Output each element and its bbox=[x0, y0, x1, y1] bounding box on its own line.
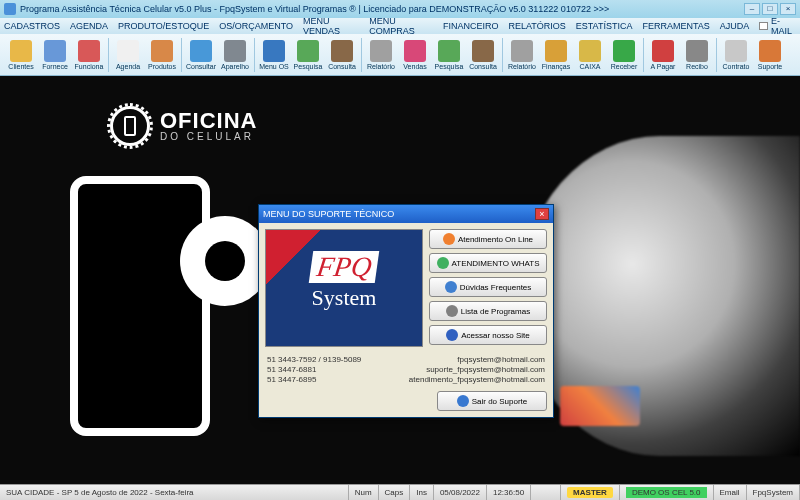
toolbar-receber[interactable]: Receber bbox=[607, 36, 641, 74]
agenda-icon bbox=[117, 40, 139, 62]
toolbar-contrato[interactable]: Contrato bbox=[719, 36, 753, 74]
menu-ferramentas[interactable]: FERRAMENTAS bbox=[642, 21, 709, 31]
app-icon bbox=[4, 3, 16, 15]
brand-subtitle: DO CELULAR bbox=[160, 132, 257, 142]
background-graphic-right bbox=[520, 136, 800, 456]
toolbar-relatrio[interactable]: Relatório bbox=[505, 36, 539, 74]
dialog-titlebar[interactable]: MENU DO SUPORTE TÉCNICO × bbox=[259, 205, 553, 223]
toolbar-separator bbox=[108, 38, 109, 72]
status-spacer bbox=[531, 485, 561, 500]
exit-support-button[interactable]: Sair do Suporte bbox=[437, 391, 547, 411]
menu-financeiro[interactable]: FINANCEIRO bbox=[443, 21, 499, 31]
toolbar-suporte[interactable]: Suporte bbox=[753, 36, 787, 74]
apagar-icon bbox=[652, 40, 674, 62]
toolbar-label: Consultar bbox=[186, 63, 216, 70]
status-demo: DEMO OS CEL 5.0 bbox=[620, 485, 714, 500]
toolbar-produtos[interactable]: Produtos bbox=[145, 36, 179, 74]
support-dialog: MENU DO SUPORTE TÉCNICO × FPQ System Ate… bbox=[258, 204, 554, 418]
toolbar-apagar[interactable]: A Pagar bbox=[646, 36, 680, 74]
button-label: Dúvidas Frequentes bbox=[460, 283, 532, 292]
support-btn-dvidasfrequentes[interactable]: Dúvidas Frequentes bbox=[429, 277, 547, 297]
contact-row: 51 3447-6881suporte_fpqsystem@hotmail.co… bbox=[267, 365, 545, 374]
menubar: CADASTROSAGENDAPRODUTO/ESTOQUEOS/ORÇAMEN… bbox=[0, 18, 800, 34]
toolbar-label: Menu OS bbox=[259, 63, 289, 70]
dialog-logo-top: FPQ bbox=[309, 251, 380, 283]
toolbar-menuos[interactable]: Menu OS bbox=[257, 36, 291, 74]
toolbar-vendas[interactable]: Vendas bbox=[398, 36, 432, 74]
toolbar: ClientesForneceFuncionaAgendaProdutosCon… bbox=[0, 34, 800, 76]
toolbar-finanas[interactable]: Finanças bbox=[539, 36, 573, 74]
dialog-logo-bottom: System bbox=[312, 285, 377, 311]
toolbar-fornece[interactable]: Fornece bbox=[38, 36, 72, 74]
toolbar-relatrio[interactable]: Relatório bbox=[364, 36, 398, 74]
toolbar-agenda[interactable]: Agenda bbox=[111, 36, 145, 74]
contact-phone: 51 3447-6895 bbox=[267, 375, 316, 384]
relatrio-icon bbox=[370, 40, 392, 62]
toolbar-consulta[interactable]: Consulta bbox=[325, 36, 359, 74]
pesquisa-icon bbox=[297, 40, 319, 62]
email-label: E-MAIL bbox=[771, 16, 796, 36]
maximize-button[interactable]: □ bbox=[762, 3, 778, 15]
toolbar-label: Clientes bbox=[8, 63, 33, 70]
menu-ajuda[interactable]: AJUDA bbox=[720, 21, 750, 31]
button-icon bbox=[446, 329, 458, 341]
toolbar-consultar[interactable]: Consultar bbox=[184, 36, 218, 74]
status-brand: FpqSystem bbox=[747, 485, 800, 500]
background-phone-graphic bbox=[70, 176, 210, 436]
support-btn-atendimentowhats[interactable]: ATENDIMENTO WHATS bbox=[429, 253, 547, 273]
toolbar-pesquisa[interactable]: Pesquisa bbox=[291, 36, 325, 74]
support-btn-acessarnossosite[interactable]: Acessar nosso Site bbox=[429, 325, 547, 345]
button-icon bbox=[437, 257, 449, 269]
vendas-icon bbox=[404, 40, 426, 62]
menu-estatstica[interactable]: ESTATÍSTICA bbox=[576, 21, 633, 31]
button-label: ATENDIMENTO WHATS bbox=[452, 259, 540, 268]
toolbar-recibo[interactable]: Recibo bbox=[680, 36, 714, 74]
brand-name: OFICINA bbox=[160, 110, 257, 132]
background-gear-graphic bbox=[180, 216, 270, 306]
workspace: OFICINA DO CELULAR MENU DO SUPORTE TÉCNI… bbox=[0, 76, 800, 484]
status-num: Num bbox=[349, 485, 379, 500]
exit-icon bbox=[457, 395, 469, 407]
toolbar-aparelho[interactable]: Aparelho bbox=[218, 36, 252, 74]
toolbar-pesquisa[interactable]: Pesquisa bbox=[432, 36, 466, 74]
dialog-contacts: 51 3443-7592 / 9139-5089fpqsystem@hotmai… bbox=[259, 353, 553, 391]
minimize-button[interactable]: – bbox=[744, 3, 760, 15]
toolbar-separator bbox=[181, 38, 182, 72]
statusbar: SUA CIDADE - SP 5 de Agosto de 2022 - Se… bbox=[0, 484, 800, 500]
menu-cadastros[interactable]: CADASTROS bbox=[4, 21, 60, 31]
clientes-icon bbox=[10, 40, 32, 62]
toolbar-consulta[interactable]: Consulta bbox=[466, 36, 500, 74]
aparelho-icon bbox=[224, 40, 246, 62]
menu-menuvendas[interactable]: MENU VENDAS bbox=[303, 16, 359, 36]
menu-menucompras[interactable]: MENU COMPRAS bbox=[369, 16, 433, 36]
support-btn-listadeprogramas[interactable]: Lista de Programas bbox=[429, 301, 547, 321]
receber-icon bbox=[613, 40, 635, 62]
toolbar-funciona[interactable]: Funciona bbox=[72, 36, 106, 74]
email-menu[interactable]: E-MAIL bbox=[759, 16, 796, 36]
suporte-icon bbox=[759, 40, 781, 62]
status-caps: Caps bbox=[379, 485, 411, 500]
exit-support-label: Sair do Suporte bbox=[472, 397, 528, 406]
support-btn-atendimentoonline[interactable]: Atendimento On Line bbox=[429, 229, 547, 249]
toolbar-separator bbox=[643, 38, 644, 72]
menu-produtoestoque[interactable]: PRODUTO/ESTOQUE bbox=[118, 21, 209, 31]
close-button[interactable]: × bbox=[780, 3, 796, 15]
menu-osoramento[interactable]: OS/ORÇAMENTO bbox=[219, 21, 293, 31]
toolbar-label: Pesquisa bbox=[294, 63, 323, 70]
status-master: MASTER bbox=[561, 485, 620, 500]
toolbar-caixa[interactable]: CAIXA bbox=[573, 36, 607, 74]
pesquisa-icon bbox=[438, 40, 460, 62]
menu-relatrios[interactable]: RELATÓRIOS bbox=[508, 21, 565, 31]
toolbar-separator bbox=[502, 38, 503, 72]
dialog-close-button[interactable]: × bbox=[535, 208, 549, 220]
menu-agenda[interactable]: AGENDA bbox=[70, 21, 108, 31]
dialog-title: MENU DO SUPORTE TÉCNICO bbox=[263, 209, 394, 219]
dialog-logo-panel: FPQ System bbox=[265, 229, 423, 347]
toolbar-label: Recibo bbox=[686, 63, 708, 70]
relatrio-icon bbox=[511, 40, 533, 62]
toolbar-clientes[interactable]: Clientes bbox=[4, 36, 38, 74]
status-time: 12:36:50 bbox=[487, 485, 531, 500]
toolbar-label: Suporte bbox=[758, 63, 783, 70]
funciona-icon bbox=[78, 40, 100, 62]
status-email[interactable]: Email bbox=[714, 485, 747, 500]
